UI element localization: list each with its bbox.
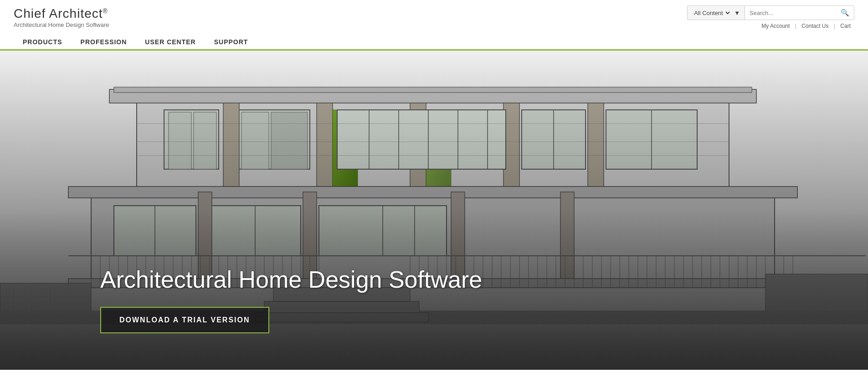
- site-header: Chief Architect® Architectural Home Desi…: [0, 0, 868, 51]
- main-nav: PRODUCTS PROFESSION USER CENTER SUPPORT: [14, 31, 854, 49]
- nav-item-user-center[interactable]: USER CENTER: [136, 35, 205, 49]
- my-account-link[interactable]: My Account: [758, 23, 793, 29]
- logo-area: Chief Architect® Architectural Home Desi…: [14, 6, 109, 28]
- logo-subtitle: Architectural Home Design Software: [14, 21, 109, 28]
- account-links: My Account | Contact Us | Cart: [758, 23, 854, 29]
- logo-name: Chief Architect: [14, 6, 103, 21]
- search-area: All Content Products Support Community ▼…: [687, 5, 854, 20]
- cart-link[interactable]: Cart: [837, 23, 854, 29]
- search-button[interactable]: 🔍: [836, 6, 854, 20]
- search-category-select[interactable]: All Content Products Support Community: [692, 9, 731, 17]
- hero-content: Architectural Home Design Software DOWNL…: [100, 266, 482, 333]
- logo-trademark: ®: [103, 7, 108, 15]
- separator-1: |: [793, 23, 798, 29]
- nav-item-support[interactable]: SUPPORT: [205, 35, 257, 49]
- separator-2: |: [832, 23, 837, 29]
- dropdown-arrow-icon: ▼: [734, 10, 740, 16]
- nav-item-products[interactable]: PRODUCTS: [14, 35, 72, 49]
- header-right: All Content Products Support Community ▼…: [687, 5, 854, 29]
- hero-section: Architectural Home Design Software DOWNL…: [0, 51, 868, 370]
- download-trial-button[interactable]: DOWNLOAD A TRIAL VERSION: [100, 307, 269, 333]
- search-icon: 🔍: [841, 9, 849, 16]
- hero-title: Architectural Home Design Software: [100, 266, 482, 293]
- nav-item-profession[interactable]: PROFESSION: [72, 35, 136, 49]
- logo-title: Chief Architect®: [14, 6, 109, 21]
- search-input[interactable]: [745, 7, 836, 19]
- search-dropdown[interactable]: All Content Products Support Community ▼: [688, 6, 745, 20]
- contact-us-link[interactable]: Contact Us: [798, 23, 832, 29]
